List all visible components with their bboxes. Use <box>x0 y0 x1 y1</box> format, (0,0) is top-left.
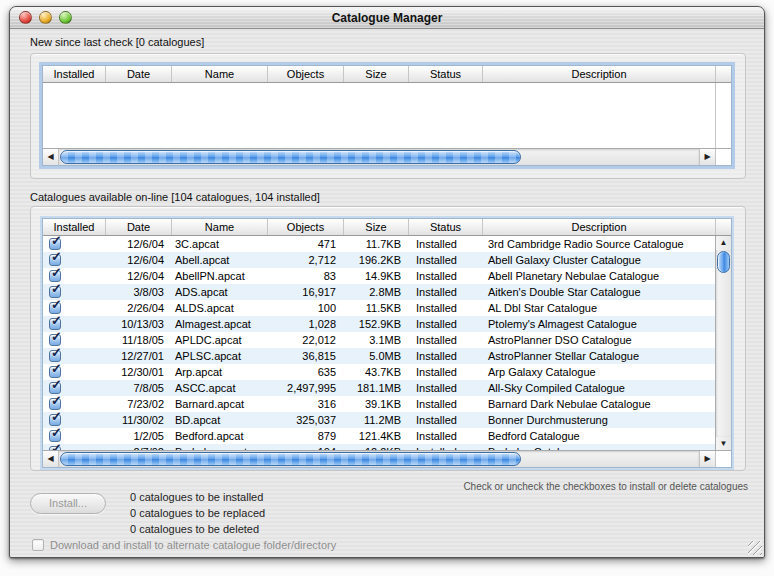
date-cell: 7/23/02 <box>105 396 171 412</box>
column-header-installed[interactable]: Installed <box>43 66 105 82</box>
size-cell: 39.1KB <box>343 396 408 412</box>
objects-cell: 83 <box>267 268 343 284</box>
date-cell: 11/18/05 <box>105 332 171 348</box>
resize-grip[interactable] <box>748 541 762 555</box>
counter-replaced: 0 catalogues to be replaced <box>130 505 265 521</box>
table-row[interactable]: ✓ 10/13/03 Almagest.apcat 1,028 152.9KB … <box>43 316 715 332</box>
description-cell: Ptolemy's Almagest Catalogue <box>482 316 715 332</box>
scroll-right-arrow-icon[interactable]: ▶ <box>699 451 715 467</box>
vscroll-thumb[interactable] <box>717 251 730 273</box>
install-button[interactable]: Install... <box>30 493 106 514</box>
status-cell: Installed <box>408 332 482 348</box>
catalogue-manager-window: Catalogue Manager New since last check [… <box>9 6 765 558</box>
status-cell: Installed <box>408 284 482 300</box>
objects-cell: 16,917 <box>267 284 343 300</box>
new-catalogues-table: Installed Date Name Objects Size Status … <box>42 65 732 166</box>
installed-checkbox[interactable]: ✓ <box>49 366 61 378</box>
status-cell: Installed <box>408 428 482 444</box>
installed-checkbox[interactable]: ✓ <box>49 254 61 266</box>
checkmark-icon: ✓ <box>51 348 62 361</box>
checkmark-icon: ✓ <box>51 300 62 313</box>
installed-cell: ✓ <box>43 268 105 284</box>
hscroll-thumb[interactable] <box>60 452 521 466</box>
table-row[interactable]: ✓ 11/30/02 BD.apcat 325,037 11.2MB Insta… <box>43 412 715 428</box>
column-header-description[interactable]: Description <box>482 66 715 82</box>
column-header-status[interactable]: Status <box>408 66 482 82</box>
installed-cell: ✓ <box>43 300 105 316</box>
column-header-status[interactable]: Status <box>408 219 482 235</box>
installed-checkbox[interactable]: ✓ <box>49 414 61 426</box>
objects-cell: 100 <box>267 300 343 316</box>
name-cell: ADS.apcat <box>171 284 267 300</box>
installed-checkbox[interactable]: ✓ <box>49 430 61 442</box>
table-row[interactable]: ✓ 11/18/05 APLDC.apcat 22,012 3.1MB Inst… <box>43 332 715 348</box>
column-header-objects[interactable]: Objects <box>267 219 343 235</box>
column-header-installed[interactable]: Installed <box>43 219 105 235</box>
table-row[interactable]: ✓ 7/23/02 Barnard.apcat 316 39.1KB Insta… <box>43 396 715 412</box>
table-row[interactable]: ✓ 12/30/01 Arp.apcat 635 43.7KB Installe… <box>43 364 715 380</box>
new-table-header: Installed Date Name Objects Size Status … <box>43 66 731 83</box>
installed-cell: ✓ <box>43 380 105 396</box>
new-table-body <box>43 83 731 149</box>
hscroll-track[interactable] <box>59 149 699 165</box>
description-cell: Bedford Catalogue <box>482 428 715 444</box>
column-header-date[interactable]: Date <box>105 219 171 235</box>
description-cell: All-Sky Compiled Catalogue <box>482 380 715 396</box>
table-row[interactable]: ✓ 3/8/03 ADS.apcat 16,917 2.8MB Installe… <box>43 284 715 300</box>
installed-cell: ✓ <box>43 316 105 332</box>
description-cell: 3rd Cambridge Radio Source Catalogue <box>482 236 715 252</box>
size-cell: 11.5KB <box>343 300 408 316</box>
installed-checkbox[interactable]: ✓ <box>49 302 61 314</box>
installed-checkbox[interactable]: ✓ <box>49 350 61 362</box>
scroll-left-arrow-icon[interactable]: ◀ <box>43 451 59 467</box>
installed-checkbox[interactable]: ✓ <box>49 286 61 298</box>
column-header-date[interactable]: Date <box>105 66 171 82</box>
column-header-size[interactable]: Size <box>343 219 408 235</box>
titlebar[interactable]: Catalogue Manager <box>10 7 764 29</box>
date-cell: 12/6/04 <box>105 236 171 252</box>
installed-checkbox[interactable]: ✓ <box>49 238 61 250</box>
scrollbar-corner <box>715 149 731 165</box>
column-header-size[interactable]: Size <box>343 66 408 82</box>
hscroll-track[interactable] <box>59 451 699 467</box>
name-cell: 3C.apcat <box>171 236 267 252</box>
installed-cell: ✓ <box>43 348 105 364</box>
column-header-description[interactable]: Description <box>482 219 715 235</box>
table-row[interactable]: ✓ 2/26/04 ALDS.apcat 100 11.5KB Installe… <box>43 300 715 316</box>
installed-checkbox[interactable]: ✓ <box>49 270 61 282</box>
checkmark-icon: ✓ <box>51 236 62 249</box>
description-cell: Arp Galaxy Catalogue <box>482 364 715 380</box>
date-cell: 11/30/02 <box>105 412 171 428</box>
objects-cell: 2,712 <box>267 252 343 268</box>
new-section-label: New since last check [0 catalogues] <box>30 36 204 48</box>
objects-cell: 2,497,995 <box>267 380 343 396</box>
table-row[interactable]: ✓ 12/27/01 APLSC.apcat 36,815 5.0MB Inst… <box>43 348 715 364</box>
table-row[interactable]: ✓ 12/6/04 AbellPN.apcat 83 14.9KB Instal… <box>43 268 715 284</box>
status-cell: Installed <box>408 316 482 332</box>
alternate-folder-checkbox[interactable] <box>32 539 44 551</box>
new-table-hscrollbar[interactable]: ◀ ▶ <box>43 148 731 165</box>
column-header-objects[interactable]: Objects <box>267 66 343 82</box>
available-table-hscrollbar[interactable]: ◀ ▶ <box>43 450 731 467</box>
table-row[interactable]: ✓ 7/8/05 ASCC.apcat 2,497,995 181.1MB In… <box>43 380 715 396</box>
scroll-right-arrow-icon[interactable]: ▶ <box>699 149 715 165</box>
table-row[interactable]: ✓ 12/6/04 Abell.apcat 2,712 196.2KB Inst… <box>43 252 715 268</box>
installed-checkbox[interactable]: ✓ <box>49 382 61 394</box>
column-header-name[interactable]: Name <box>171 219 267 235</box>
date-cell: 12/27/01 <box>105 348 171 364</box>
description-cell: Aitken's Double Star Catalogue <box>482 284 715 300</box>
table-row[interactable]: ✓ 1/2/05 Bedford.apcat 879 121.4KB Insta… <box>43 428 715 444</box>
column-header-name[interactable]: Name <box>171 66 267 82</box>
table-row[interactable]: ✓ 12/6/04 3C.apcat 471 11.7KB Installed … <box>43 236 715 252</box>
alternate-folder-label: Download and install to alternate catalo… <box>50 539 336 551</box>
date-cell: 3/8/03 <box>105 284 171 300</box>
scroll-up-arrow-icon[interactable]: ▲ <box>716 236 731 250</box>
scroll-down-arrow-icon[interactable]: ▼ <box>716 437 731 451</box>
installed-checkbox[interactable]: ✓ <box>49 398 61 410</box>
installed-checkbox[interactable]: ✓ <box>49 318 61 330</box>
hscroll-thumb[interactable] <box>60 150 521 164</box>
installed-checkbox[interactable]: ✓ <box>49 334 61 346</box>
scroll-left-arrow-icon[interactable]: ◀ <box>43 149 59 165</box>
vscroll-track[interactable] <box>716 250 731 437</box>
available-table-vscrollbar[interactable]: ▲ ▼ <box>715 236 731 451</box>
